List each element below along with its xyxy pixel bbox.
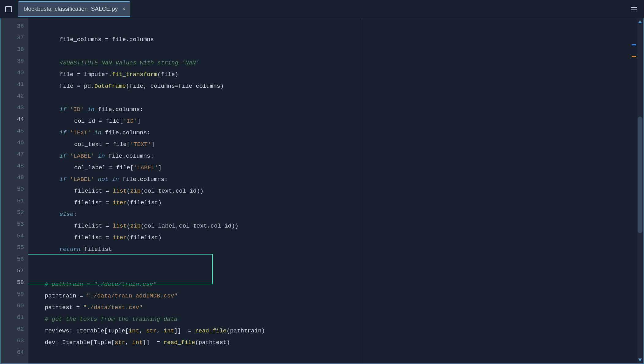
code-line[interactable]: reviews: Iterable[Tuple[int, str, int]] … xyxy=(28,325,629,337)
code-line[interactable]: if 'LABEL' in file.columns: xyxy=(28,150,629,162)
minimap[interactable] xyxy=(629,18,637,363)
minimap-marker xyxy=(632,44,636,45)
line-number: 39 xyxy=(1,55,28,67)
code-line[interactable]: # get the texts from the training data xyxy=(28,313,629,325)
ruler-guide xyxy=(361,18,361,363)
line-number: 51 xyxy=(1,195,28,207)
code-line[interactable]: if 'TEXT' in file.columns: xyxy=(28,127,629,139)
code-line[interactable]: filelist = iter(filelist) xyxy=(28,197,629,209)
code-line[interactable]: file = imputer.fit_transform(file) xyxy=(28,69,629,80)
code-line[interactable] xyxy=(28,360,629,363)
code-line[interactable]: filelist = iter(filelist) xyxy=(28,232,629,243)
code-line[interactable]: if 'ID' in file.columns: xyxy=(28,104,629,115)
tab-active[interactable]: blockbusta_classification_SALCE.py × xyxy=(18,1,130,17)
line-number: 63 xyxy=(1,335,28,347)
line-number-gutter[interactable]: 3637383940414243444546474849505152535455… xyxy=(1,18,28,363)
code-line[interactable]: #SUBSTITUTE NaN values with string 'NaN' xyxy=(28,57,629,69)
code-line[interactable]: col_text = file['TEXT'] xyxy=(28,139,629,150)
minimap-marker xyxy=(632,56,636,57)
line-number: 47 xyxy=(1,148,28,160)
line-number: 50 xyxy=(1,183,28,195)
line-number: 40 xyxy=(1,67,28,79)
line-number: 42 xyxy=(1,90,28,102)
code-line[interactable]: pathtest = "./data/test.csv" xyxy=(28,302,629,313)
line-number: 46 xyxy=(1,137,28,148)
line-number: 61 xyxy=(1,312,28,323)
code-line[interactable]: filelist = list(zip(col_label,col_text,c… xyxy=(28,220,629,232)
line-number: 43 xyxy=(1,102,28,113)
code-line[interactable] xyxy=(28,348,629,360)
vertical-scrollbar[interactable] xyxy=(637,18,643,363)
line-number: 53 xyxy=(1,218,28,230)
code-line[interactable] xyxy=(28,267,629,278)
code-line[interactable] xyxy=(28,45,629,57)
scroll-thumb[interactable] xyxy=(638,117,642,233)
line-number: 58 xyxy=(1,277,28,288)
code-line[interactable]: col_id = file['ID'] xyxy=(28,115,629,127)
code-line[interactable]: col_label = file['LABEL'] xyxy=(28,162,629,174)
line-number: 37 xyxy=(1,32,28,44)
line-number: 56 xyxy=(1,253,28,265)
line-number: 52 xyxy=(1,207,28,218)
window-icon[interactable] xyxy=(0,0,17,18)
line-number: 57 xyxy=(1,265,28,277)
code-line[interactable]: file = pd.DataFrame(file, columns=file_c… xyxy=(28,80,629,92)
code-line[interactable]: dev: Iterable[Tuple[str, int]] = read_fi… xyxy=(28,337,629,348)
line-number: 38 xyxy=(1,44,28,55)
code-line[interactable]: file_columns = file.columns xyxy=(28,34,629,45)
line-number: 62 xyxy=(1,323,28,335)
line-number: 45 xyxy=(1,125,28,137)
line-number: 59 xyxy=(1,288,28,300)
editor: 3637383940414243444546474849505152535455… xyxy=(0,18,644,364)
line-number: 49 xyxy=(1,172,28,183)
code-line[interactable]: return filelist xyxy=(28,243,629,255)
tab-bar: blockbusta_classification_SALCE.py × xyxy=(0,0,644,18)
code-line[interactable] xyxy=(28,92,629,104)
code-line[interactable]: else: xyxy=(28,209,629,220)
close-icon[interactable]: × xyxy=(121,6,127,12)
scroll-up-icon[interactable] xyxy=(637,18,643,25)
code-line[interactable]: if 'LABEL' not in file.columns: xyxy=(28,174,629,185)
line-number: 44 xyxy=(1,113,28,125)
line-number: 36 xyxy=(1,20,28,32)
code-line[interactable]: pathtrain = "./data/train_addIMDB.csv" xyxy=(28,290,629,302)
code-line[interactable]: # pathtrain = "./data/train.csv" xyxy=(28,278,629,290)
tab-filename: blockbusta_classification_SALCE.py xyxy=(24,6,118,12)
line-number: 55 xyxy=(1,242,28,253)
line-number: 48 xyxy=(1,160,28,172)
scroll-down-icon[interactable] xyxy=(637,357,643,363)
code-area[interactable]: file_columns = file.columns#SUBSTITUTE N… xyxy=(28,18,629,363)
hamburger-menu-icon[interactable] xyxy=(629,5,638,14)
line-number: 64 xyxy=(1,347,28,358)
line-number: 41 xyxy=(1,79,28,90)
svg-rect-0 xyxy=(6,6,12,12)
line-number: 60 xyxy=(1,300,28,312)
line-number: 54 xyxy=(1,230,28,242)
code-line[interactable] xyxy=(28,255,629,267)
code-line[interactable]: filelist = list(zip(col_text,col_id)) xyxy=(28,185,629,197)
